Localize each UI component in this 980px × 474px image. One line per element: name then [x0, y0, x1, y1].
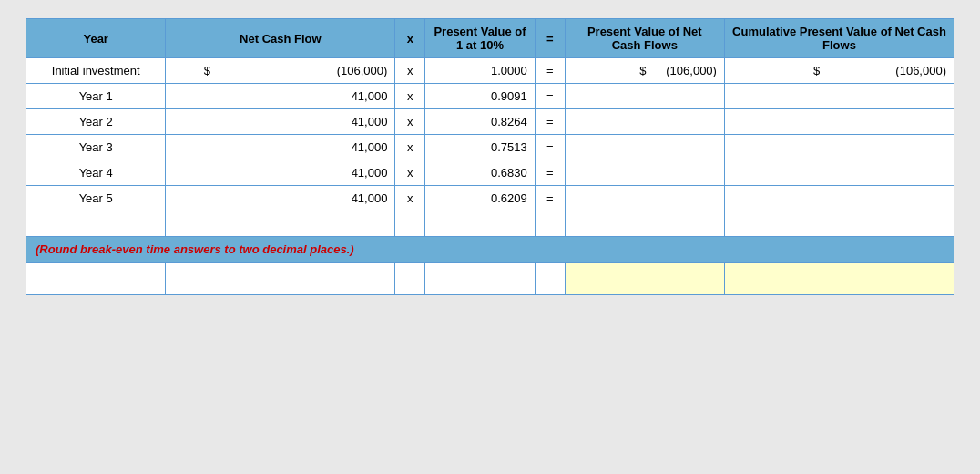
header-year: Year: [26, 19, 166, 58]
cell-eq-4: =: [535, 160, 565, 186]
answer-empty-2: [166, 263, 395, 295]
row-year5: Year 5 41,000 x 0.6209 =: [26, 186, 954, 211]
cell-cpvncf-1[interactable]: [724, 84, 954, 109]
note-text: (Round break-even time answers to two de…: [26, 237, 954, 263]
row-year3: Year 3 41,000 x 0.7513 =: [26, 135, 954, 160]
header-pvncf: Present Value of Net Cash Flows: [565, 19, 724, 58]
cell-pvncf-val-initial: (106,000): [666, 64, 717, 77]
row-empty: [26, 211, 954, 237]
cell-x-2: x: [395, 109, 425, 135]
answer-empty-5: [535, 263, 565, 295]
cell-cpvncf-val-initial: (106,000): [895, 64, 946, 77]
cell-x-4: x: [395, 160, 425, 186]
header-pv1: Present Value of 1 at 10%: [425, 19, 536, 58]
cell-pvncf-2[interactable]: [565, 109, 724, 135]
row-year4: Year 4 41,000 x 0.6830 =: [26, 160, 954, 186]
cell-ncf-3: 41,000: [214, 135, 395, 160]
header-cpvncf: Cumulative Present Value of Net Cash Flo…: [724, 19, 954, 58]
cell-cpvncf-4[interactable]: [724, 160, 954, 186]
cell-pvncf-4[interactable]: [565, 160, 724, 186]
cell-ncf-initial: (106,000): [214, 58, 395, 84]
answer-pvncf[interactable]: [565, 263, 724, 295]
answer-empty-1: [26, 263, 166, 295]
cell-x-3: x: [395, 135, 425, 160]
row-year2: Year 2 41,000 x 0.8264 =: [26, 109, 954, 135]
cell-pvncf-5[interactable]: [565, 186, 724, 211]
empty-6: [565, 211, 724, 237]
cell-dollar3-initial: $: [813, 64, 820, 77]
cell-x-initial: x: [395, 58, 425, 84]
row-year1: Year 1 41,000 x 0.9091 =: [26, 84, 954, 109]
cell-pvncf-1[interactable]: [565, 84, 724, 109]
cell-pv1-3: 0.7513: [425, 135, 536, 160]
main-table: Year Net Cash Flow x Present Value of 1 …: [26, 18, 954, 295]
cell-year-initial: Initial investment: [26, 58, 166, 84]
cell-year-1: Year 1: [26, 84, 166, 109]
cell-empty-dollar-3: [166, 135, 214, 160]
cell-empty-dollar-5: [166, 186, 214, 211]
cell-empty-dollar-2: [166, 109, 214, 135]
row-note: (Round break-even time answers to two de…: [26, 237, 954, 263]
cell-year-5: Year 5: [26, 186, 166, 211]
answer-empty-4: [425, 263, 536, 295]
cell-pv1-5: 0.6209: [425, 186, 536, 211]
cell-ncf-5: 41,000: [214, 186, 395, 211]
empty-5: [535, 211, 565, 237]
empty-4: [425, 211, 536, 237]
cell-cpvncf-2[interactable]: [724, 109, 954, 135]
cell-pv1-2: 0.8264: [425, 109, 536, 135]
cell-empty-dollar-4: [166, 160, 214, 186]
cell-ncf-4: 41,000: [214, 160, 395, 186]
cell-eq-1: =: [535, 84, 565, 109]
cell-dollar1-initial: $: [166, 58, 214, 84]
cell-year-4: Year 4: [26, 160, 166, 186]
cell-ncf-1: 41,000: [214, 84, 395, 109]
cell-pvncf-3[interactable]: [565, 135, 724, 160]
cell-year-2: Year 2: [26, 109, 166, 135]
empty-1: [26, 211, 166, 237]
cell-empty-dollar-1: [166, 84, 214, 109]
cell-cpvncf-3[interactable]: [724, 135, 954, 160]
cell-eq-5: =: [535, 186, 565, 211]
answer-empty-3: [395, 263, 425, 295]
empty-7: [724, 211, 954, 237]
cell-pvncf-initial: $ (106,000): [565, 58, 724, 84]
row-answer: [26, 263, 954, 295]
header-eq: =: [535, 19, 565, 58]
cell-x-5: x: [395, 186, 425, 211]
cell-pv1-1: 0.9091: [425, 84, 536, 109]
empty-3: [395, 211, 425, 237]
cell-eq-2: =: [535, 109, 565, 135]
table-wrapper: Year Net Cash Flow x Present Value of 1 …: [26, 18, 954, 295]
cell-dollar2-initial: $: [639, 64, 646, 77]
row-initial: Initial investment $ (106,000) x 1.0000 …: [26, 58, 954, 84]
cell-cpvncf-initial: $ (106,000): [724, 58, 954, 84]
header-x: x: [395, 19, 425, 58]
cell-eq-3: =: [535, 135, 565, 160]
cell-ncf-2: 41,000: [214, 109, 395, 135]
cell-eq-initial: =: [535, 58, 565, 84]
cell-cpvncf-5[interactable]: [724, 186, 954, 211]
cell-pv1-initial: 1.0000: [425, 58, 536, 84]
cell-x-1: x: [395, 84, 425, 109]
header-ncf: Net Cash Flow: [166, 19, 395, 58]
answer-cpvncf[interactable]: [724, 263, 954, 295]
cell-pv1-4: 0.6830: [425, 160, 536, 186]
cell-year-3: Year 3: [26, 135, 166, 160]
empty-2: [166, 211, 395, 237]
